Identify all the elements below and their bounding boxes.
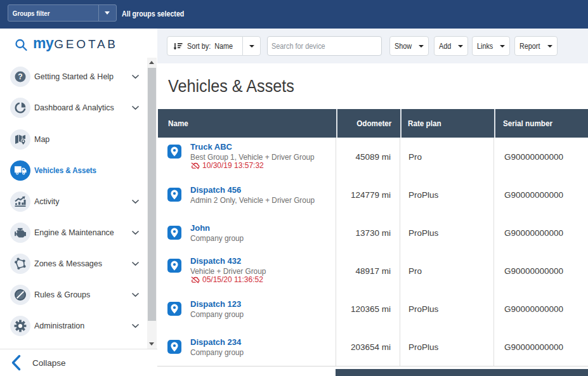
svg-text:?: ? [18,72,22,81]
